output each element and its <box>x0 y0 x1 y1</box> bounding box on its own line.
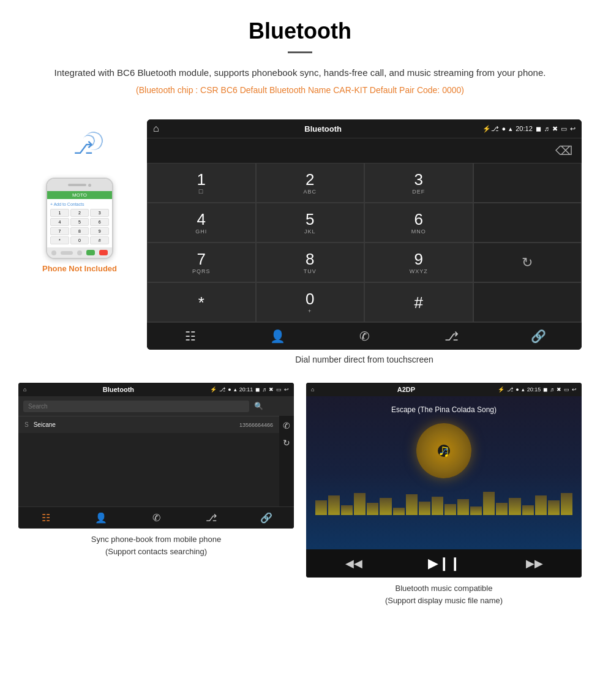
viz-bar-5 <box>367 503 378 515</box>
pb-bottom-contacts[interactable]: 👤 <box>73 507 129 529</box>
pb-win-icon: ▭ <box>276 386 282 393</box>
key-hash[interactable]: # <box>364 282 473 322</box>
phone-key-2: 2 <box>70 209 89 217</box>
pb-vol-icon: ♬ <box>262 386 266 393</box>
pb-bt-icon: ⎇ <box>219 386 225 393</box>
key-3[interactable]: 3 DEF <box>364 163 473 203</box>
music-caption: Bluetooth music compatible (Support disp… <box>306 582 582 606</box>
viz-bar-12 <box>457 499 469 515</box>
key-star[interactable]: * <box>147 282 256 322</box>
viz-bar-6 <box>380 498 391 515</box>
music-status-bar: ⌂ A2DP ⚡ ⎇ ● ▴ 20:15 ◼ ♬ ✖ ▭ ↩ <box>306 383 582 396</box>
key-6[interactable]: 6 MNO <box>364 203 473 243</box>
prev-track-button[interactable]: ◀◀ <box>345 557 362 570</box>
pb-empty-space <box>18 433 279 506</box>
music-visualizer <box>315 491 572 515</box>
pb-cam-icon: ◼ <box>255 386 260 393</box>
key-empty-1 <box>473 163 582 203</box>
next-track-button[interactable]: ▶▶ <box>526 557 543 570</box>
dialer-screen: ⌂ Bluetooth ⚡ ⎇ ● ▴ 20:12 ◼ ♬ ✖ ▭ ↩ ⌫ <box>147 119 582 350</box>
pb-search-row: 🔍 <box>18 396 294 416</box>
key-8[interactable]: 8 TUV <box>256 243 365 282</box>
key-5[interactable]: 5 JKL <box>256 203 365 243</box>
phone-top-bar <box>47 179 112 191</box>
pb-usb-icon: ⚡ <box>210 386 217 393</box>
phone-call-btn <box>86 250 95 255</box>
music-song-title: Escape (The Pina Colada Song) <box>391 405 497 414</box>
pb-refresh-icon[interactable]: ↻ <box>283 438 290 448</box>
middle-section: ⎇ MOTO + Add to Contacts 1 2 3 4 5 6 7 <box>0 119 600 377</box>
pb-call-icon[interactable]: ✆ <box>283 421 290 431</box>
phone-key-hash: # <box>90 236 109 244</box>
phone-key-7: 7 <box>50 227 69 235</box>
keypad-grid: 1 ☐ 2 ABC 3 DEF 4 GHI 5 <box>147 163 582 322</box>
pb-contact-row[interactable]: S Seicane 13566664466 <box>18 416 279 433</box>
key-4[interactable]: 4 GHI <box>147 203 256 243</box>
viz-bar-1 <box>315 500 327 515</box>
music-vol-icon: ♬ <box>550 386 554 393</box>
pb-bottom-bt[interactable]: ⎇ <box>184 507 239 529</box>
dialpad-icon[interactable]: ☷ <box>147 323 234 350</box>
phone-key-6: 6 <box>90 218 109 226</box>
home-icon: ⌂ <box>153 123 159 134</box>
key-9[interactable]: 9 WXYZ <box>364 243 473 282</box>
viz-bar-11 <box>444 504 456 515</box>
key-2[interactable]: 2 ABC <box>256 163 365 203</box>
key-refresh-cell[interactable]: ↻ <box>473 243 582 282</box>
back-icon: ↩ <box>570 125 576 133</box>
viz-bar-13 <box>470 506 482 515</box>
music-cam-icon: ◼ <box>543 386 547 393</box>
pb-list: S Seicane 13566664466 <box>18 416 279 506</box>
music-screenshot: ⌂ A2DP ⚡ ⎇ ● ▴ 20:15 ◼ ♬ ✖ ▭ ↩ Escape (T… <box>306 383 582 578</box>
phone-end-btn <box>99 250 108 255</box>
pb-bottom-bar: ☷ 👤 ✆ ⎇ 🔗 <box>18 506 294 529</box>
pb-bottom-dialpad[interactable]: ☷ <box>18 507 73 529</box>
phone-container: ⎇ MOTO + Add to Contacts 1 2 3 4 5 6 7 <box>18 119 141 273</box>
viz-bar-4 <box>354 493 366 515</box>
location-icon: ● <box>502 125 506 132</box>
music-controls: ◀◀ ▶❙❙ ▶▶ <box>306 549 582 578</box>
key-0[interactable]: 0 + <box>256 282 365 322</box>
viz-bar-16 <box>509 498 520 515</box>
key-7[interactable]: 7 PQRS <box>147 243 256 282</box>
dialer-bluetooth-icon[interactable]: ⎇ <box>408 323 495 350</box>
pb-bottom-link[interactable]: 🔗 <box>239 507 294 529</box>
time-display: 20:12 <box>516 125 533 132</box>
music-album-art: ♫ ⎇ <box>416 423 471 478</box>
viz-bar-20 <box>561 493 572 515</box>
music-time: 20:15 <box>527 386 541 393</box>
phone-keypad: 1 2 3 4 5 6 7 8 9 * 0 # <box>50 209 109 244</box>
bluetooth-waves: ⎇ <box>61 132 98 168</box>
viz-bar-3 <box>341 505 353 515</box>
phone-key-3: 3 <box>90 209 109 217</box>
status-right: ⎇ ● ▴ 20:12 ◼ ♬ ✖ ▭ ↩ <box>491 125 576 133</box>
music-title: A2DP <box>317 386 495 393</box>
dialer-bottom-bar: ☷ 👤 ✆ ⎇ 🔗 <box>147 322 582 350</box>
key-1[interactable]: 1 ☐ <box>147 163 256 203</box>
music-loc-icon: ● <box>516 386 519 393</box>
pb-search-input[interactable] <box>23 401 249 412</box>
phonebook-caption-line2: (Support contacts searching) <box>105 547 207 556</box>
dialer-container: ⌂ Bluetooth ⚡ ⎇ ● ▴ 20:12 ◼ ♬ ✖ ▭ ↩ ⌫ <box>147 119 582 377</box>
viz-bar-2 <box>328 495 340 515</box>
pb-bottom-call[interactable]: ✆ <box>129 507 184 529</box>
dialer-status-bar: ⌂ Bluetooth ⚡ ⎇ ● ▴ 20:12 ◼ ♬ ✖ ▭ ↩ <box>147 119 582 138</box>
viz-bar-14 <box>483 492 495 515</box>
phone-key-8: 8 <box>70 227 89 235</box>
music-bt-icon: ⎇ <box>507 386 513 393</box>
play-pause-button[interactable]: ▶❙❙ <box>428 555 460 571</box>
backspace-button[interactable]: ⌫ <box>555 143 572 158</box>
description-text: Integrated with BC6 Bluetooth module, su… <box>37 66 563 80</box>
music-main-area: Escape (The Pina Colada Song) ♫ ⎇ <box>306 396 582 549</box>
music-usb-icon: ⚡ <box>498 386 504 393</box>
contacts-icon[interactable]: 👤 <box>234 323 321 350</box>
phone-back-btn <box>51 250 56 255</box>
call-icon[interactable]: ✆ <box>321 323 408 350</box>
viz-bar-19 <box>548 500 560 515</box>
link-icon[interactable]: 🔗 <box>495 323 582 350</box>
pb-search-icon: 🔍 <box>254 402 263 410</box>
pb-contact-number: 13566664466 <box>239 422 273 428</box>
pb-status-bar: ⌂ Bluetooth ⚡ ⎇ ● ▴ 20:11 ◼ ♬ ✖ ▭ ↩ <box>18 383 294 396</box>
phone-mockup: MOTO + Add to Contacts 1 2 3 4 5 6 7 8 9… <box>46 178 113 259</box>
phone-not-included-label: Phone Not Included <box>42 264 117 273</box>
